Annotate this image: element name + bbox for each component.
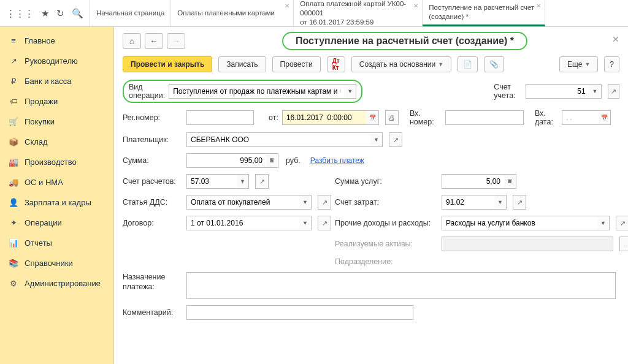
- sidebar-item-warehouse[interactable]: 📦Склад: [0, 132, 113, 152]
- row-calc-account: Счет расчетов: ▼ ↗: [123, 174, 331, 189]
- dropdown-button[interactable]: ▼: [589, 84, 602, 99]
- star-icon[interactable]: ★: [41, 8, 49, 19]
- post-and-close-button[interactable]: Провести и закрыть: [123, 56, 212, 72]
- create-based-label: Создать на основании: [359, 60, 436, 69]
- caret-icon: ▼: [584, 61, 590, 67]
- input-in-no[interactable]: [445, 110, 524, 125]
- sidebar-item-manager[interactable]: ↗Руководителю: [0, 51, 113, 71]
- sidebar-item-sales[interactable]: 🏷Продажи: [0, 91, 113, 112]
- open-button[interactable]: ↗: [255, 174, 269, 189]
- post-button[interactable]: Провести: [272, 56, 321, 72]
- help-button[interactable]: ?: [604, 56, 619, 72]
- label-from: от:: [269, 113, 278, 122]
- dropdown-button[interactable]: ▼: [494, 195, 507, 210]
- input-in-date[interactable]: [562, 110, 599, 125]
- retry-icon[interactable]: ↻: [56, 8, 64, 19]
- input-assets[interactable]: [442, 237, 613, 251]
- sidebar-label: Зарплата и кадры: [25, 198, 91, 207]
- sidebar-item-bank[interactable]: ₽Банк и касса: [0, 71, 113, 91]
- dropdown-button[interactable]: ▼: [299, 216, 312, 230]
- tab-bank-receipt[interactable]: Поступление на расчетный счет (создание)…: [423, 0, 545, 26]
- input-comment[interactable]: [186, 305, 413, 320]
- sidebar-item-purchases[interactable]: 🛒Покупки: [0, 112, 113, 132]
- input-amount[interactable]: [186, 153, 266, 168]
- input-date[interactable]: [282, 110, 367, 125]
- spark-icon: ✦: [9, 218, 18, 227]
- input-op-type[interactable]: [169, 84, 344, 99]
- title-row: ⌂ ← → Поступление на расчетный счет (соз…: [123, 32, 619, 50]
- tab-card-payment-doc[interactable]: Оплата платежной картой УК00-000001 от 1…: [294, 0, 423, 26]
- label-op-type: Вид операции:: [129, 83, 165, 100]
- print-button[interactable]: 🖨: [385, 110, 399, 125]
- input-reg-no[interactable]: [186, 110, 254, 125]
- tab-home[interactable]: Начальная страница: [90, 0, 171, 26]
- forward-button[interactable]: →: [167, 33, 185, 49]
- person-icon: 👤: [9, 198, 18, 207]
- apps-icon[interactable]: ⋮⋮⋮: [6, 8, 34, 19]
- calendar-button[interactable]: 📅: [367, 110, 379, 125]
- input-expense-acct[interactable]: [442, 195, 494, 210]
- label-reg-no: Рег.номер:: [123, 113, 183, 122]
- dropdown-button[interactable]: ▼: [299, 195, 312, 210]
- sidebar-item-production[interactable]: 🏭Производство: [0, 152, 113, 172]
- doc-button[interactable]: 📄: [458, 56, 478, 72]
- calc-button[interactable]: 🖩: [504, 174, 516, 189]
- dropdown-button[interactable]: ▼: [370, 132, 383, 147]
- sidebar: ≡Главное ↗Руководителю ₽Банк и касса 🏷Пр…: [0, 27, 114, 364]
- home-button[interactable]: ⌂: [123, 33, 141, 49]
- back-button[interactable]: ←: [145, 33, 163, 49]
- more-button[interactable]: …: [619, 237, 628, 251]
- dropdown-button[interactable]: ▼: [597, 216, 610, 230]
- label-purpose: Назначение платежа:: [123, 272, 183, 292]
- create-based-button[interactable]: Создать на основании▼: [351, 56, 451, 72]
- close-icon[interactable]: ✕: [413, 2, 418, 9]
- label-expense-acct: Счет затрат:: [335, 198, 438, 207]
- close-icon[interactable]: ✕: [285, 2, 289, 9]
- calc-button[interactable]: 🖩: [266, 153, 278, 168]
- more-button[interactable]: Еще▼: [559, 56, 598, 72]
- dtkt-button[interactable]: ДтКт: [327, 56, 345, 72]
- dropdown-button[interactable]: ▼: [237, 174, 249, 189]
- sidebar-label: Покупки: [25, 117, 55, 126]
- open-button[interactable]: ↗: [318, 216, 331, 230]
- close-icon[interactable]: ✕: [536, 2, 541, 9]
- input-payer[interactable]: [186, 132, 370, 147]
- attach-button[interactable]: 📎: [484, 56, 504, 72]
- search-icon[interactable]: 🔍: [72, 8, 83, 19]
- tab-title: Поступление на расчетный счет (создание)…: [429, 3, 538, 21]
- input-other-income[interactable]: [442, 216, 597, 230]
- sidebar-item-operations[interactable]: ✦Операции: [0, 213, 113, 233]
- sidebar-item-main[interactable]: ≡Главное: [0, 31, 113, 51]
- sidebar-item-reports[interactable]: 📊Отчеты: [0, 233, 113, 253]
- sidebar-label: Администрирование: [25, 279, 101, 288]
- input-purpose[interactable]: [186, 272, 616, 299]
- sidebar-item-assets[interactable]: 🚚ОС и НМА: [0, 172, 113, 192]
- row-fee-amount: Сумма услуг: 🖩: [335, 174, 628, 189]
- split-payment-link[interactable]: Разбить платеж: [310, 156, 364, 165]
- input-account[interactable]: [526, 84, 589, 99]
- tab-title: Начальная страница: [96, 9, 164, 18]
- input-dds[interactable]: [186, 195, 299, 210]
- open-button[interactable]: ↗: [513, 195, 526, 210]
- sidebar-label: Операции: [25, 218, 62, 227]
- row-comment: Комментарий:: [123, 305, 619, 320]
- open-button[interactable]: ↗: [318, 195, 331, 210]
- open-button[interactable]: ↗: [389, 132, 402, 147]
- sidebar-item-hr[interactable]: 👤Зарплата и кадры: [0, 192, 113, 213]
- tab-card-payments[interactable]: Оплаты платежными картами ✕: [171, 0, 294, 26]
- page-title: Поступление на расчетный счет (создание)…: [282, 32, 527, 50]
- close-icon[interactable]: ✕: [612, 34, 619, 44]
- write-button[interactable]: Записать: [218, 56, 266, 72]
- input-fee-amount[interactable]: [442, 174, 504, 189]
- open-button[interactable]: ↗: [608, 84, 619, 99]
- input-contract[interactable]: [186, 216, 299, 230]
- sidebar-item-admin[interactable]: ⚙Администрирование: [0, 273, 113, 294]
- dropdown-button[interactable]: ▼: [344, 84, 356, 99]
- row-expense-acct: Счет затрат: ▼ ↗: [335, 195, 628, 210]
- open-button[interactable]: ↗: [616, 216, 628, 230]
- label-dds: Статья ДДС:: [123, 198, 183, 207]
- input-calc-acct[interactable]: [186, 174, 237, 189]
- sidebar-item-directories[interactable]: 📚Справочники: [0, 253, 113, 273]
- row-assets: Реализуемые активы: …: [335, 237, 628, 251]
- calendar-button[interactable]: 📅: [599, 110, 611, 125]
